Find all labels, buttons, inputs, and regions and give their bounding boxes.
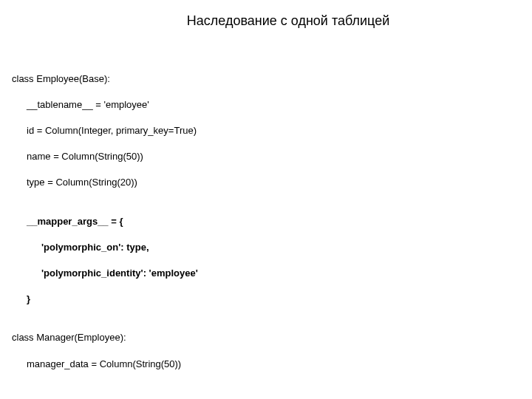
code-line: name = Column(String(50)) (12, 150, 198, 163)
code-line: class Manager(Employee): (12, 331, 198, 344)
code-line: id = Column(Integer, primary_key=True) (12, 124, 198, 137)
slide-title: Наследование с одной таблицей (0, 13, 532, 29)
code-line: 'polymorphic_identity': 'employee' (12, 267, 198, 280)
code-line: } (12, 293, 198, 306)
code-line: __mapper_args__ = { (12, 396, 198, 399)
code-line: class Employee(Base): (12, 72, 198, 86)
code-line: 'polymorphic_on': type, (12, 241, 198, 254)
code-line: manager_data = Column(String(50)) (12, 358, 198, 371)
code-line: __mapper_args__ = { (12, 215, 198, 228)
code-block: class Employee(Base): __tablename__ = 'e… (12, 59, 198, 399)
code-line: type = Column(String(20)) (12, 176, 198, 189)
code-line: __tablename__ = 'employee' (12, 98, 198, 112)
